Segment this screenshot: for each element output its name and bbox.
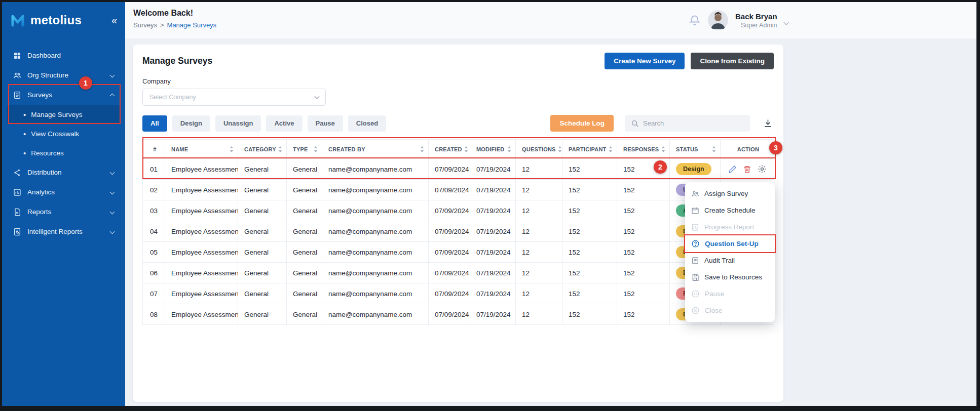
table-row-05[interactable]: 05Employee AssessmentGeneralGeneralname@… xyxy=(143,242,774,263)
cell-questions: 12 xyxy=(516,263,562,283)
table-row-04[interactable]: 04Employee AssessmentGeneralGeneralname@… xyxy=(143,221,774,242)
sort-icon[interactable] xyxy=(230,146,234,152)
cell-questions: 12 xyxy=(516,242,562,263)
sidebar-item-analytics[interactable]: Analytics xyxy=(2,182,125,202)
surveys-table: #NAMECATEGORYTYPECREATED BYCREATEDMODIFI… xyxy=(142,139,774,325)
schedule-log-button[interactable]: Schedule Log xyxy=(550,115,614,132)
column-header-responses[interactable]: RESPONSES xyxy=(617,140,670,159)
column-header-[interactable]: # xyxy=(143,140,165,159)
notification-bell-icon[interactable] xyxy=(689,14,701,26)
filter-tab-active[interactable]: Active xyxy=(266,115,302,132)
settings-icon[interactable] xyxy=(758,165,767,174)
table-row-01[interactable]: 01Employee AssessmentGeneralGeneralname@… xyxy=(143,159,774,180)
cell-responses: 152 xyxy=(617,263,670,283)
create-new-survey-button[interactable]: Create New Survey xyxy=(605,53,685,69)
user-menu-chevron-icon[interactable] xyxy=(783,20,788,25)
sidebar-item-dashboard[interactable]: Dashboard xyxy=(2,46,125,65)
intelligent-reports-icon xyxy=(13,228,21,236)
column-header-name[interactable]: NAME xyxy=(165,140,238,159)
sort-icon[interactable] xyxy=(278,146,282,152)
cell-questions: 12 xyxy=(516,221,562,242)
cell-category: General xyxy=(238,304,287,325)
sidebar-item-distribution[interactable]: Distribution xyxy=(2,162,125,182)
edit-icon[interactable] xyxy=(728,165,737,174)
sidebar-item-label: Manage Surveys xyxy=(31,111,82,118)
column-header-type[interactable]: TYPE xyxy=(287,140,322,159)
filter-tab-design[interactable]: Design xyxy=(172,115,210,132)
table-row-07[interactable]: 07Employee AssessmentGeneralGeneralname@… xyxy=(143,283,774,304)
sort-icon[interactable] xyxy=(661,146,665,152)
cell-name: Employee Assessment xyxy=(165,242,238,263)
menu-item-assign-survey[interactable]: Assign Survey xyxy=(685,185,775,202)
column-header-modified[interactable]: MODIFIED xyxy=(470,140,516,159)
search-input[interactable] xyxy=(643,119,744,127)
cell-participant: 152 xyxy=(562,242,617,263)
search-icon xyxy=(631,119,639,128)
cell-created: 07/09/2024 xyxy=(429,200,470,221)
menu-item-question-set-up[interactable]: Question Set-Up xyxy=(685,235,775,252)
sort-icon[interactable] xyxy=(712,146,716,152)
clone-from-existing-button[interactable]: Clone from Existing xyxy=(691,53,774,69)
cell-category: General xyxy=(238,221,287,242)
filter-tab-closed[interactable]: Closed xyxy=(348,115,386,132)
sidebar-collapse-button[interactable]: « xyxy=(111,15,117,25)
cell-category: General xyxy=(238,159,287,180)
menu-item-save-to-resources[interactable]: Save to Resources xyxy=(685,269,775,285)
content-area: Manage Surveys Create New Survey Clone f… xyxy=(125,38,976,402)
sidebar-item-reports[interactable]: Reports xyxy=(2,202,125,222)
sidebar-item-manage-surveys[interactable]: Manage Surveys xyxy=(7,105,120,124)
column-header-questions[interactable]: QUESTIONS xyxy=(516,140,562,159)
download-icon[interactable] xyxy=(762,117,774,129)
cell-created: 07/09/2024 xyxy=(429,221,470,242)
sort-icon[interactable] xyxy=(609,146,613,152)
cell-participant: 152 xyxy=(562,200,617,221)
sidebar-nav: Dashboard Org Structure Surveys Manage S… xyxy=(2,38,125,241)
menu-item-create-schedule[interactable]: Create Schedule xyxy=(685,202,775,219)
cell-participant: 152 xyxy=(562,180,617,200)
table-row-06[interactable]: 06Employee AssessmentGeneralGeneralname@… xyxy=(143,263,774,283)
delete-icon[interactable] xyxy=(743,165,751,174)
cell-category: General xyxy=(238,263,287,283)
sort-icon[interactable] xyxy=(314,146,318,152)
table-row-02[interactable]: 02Employee AssessmentGeneralGeneralname@… xyxy=(143,180,774,200)
assign-users-icon xyxy=(691,190,699,198)
filter-tab-unassign[interactable]: Unassign xyxy=(215,115,261,132)
audit-trail-icon xyxy=(691,257,699,265)
table-row-03[interactable]: 03Employee AssessmentGeneralGeneralname@… xyxy=(143,200,774,221)
company-select[interactable]: Select Company xyxy=(142,89,326,106)
column-header-created-by[interactable]: CREATED BY xyxy=(322,140,429,159)
cell-category: General xyxy=(238,283,287,304)
sort-icon[interactable] xyxy=(507,146,511,152)
sidebar-item-resources[interactable]: Resources xyxy=(2,143,125,162)
column-header-action[interactable]: ACTION xyxy=(721,140,774,159)
filter-tab-all[interactable]: All xyxy=(142,115,167,132)
sidebar-item-org-structure[interactable]: Org Structure xyxy=(2,65,125,85)
user-block[interactable]: Back Bryan Super Admin xyxy=(735,12,777,29)
cell-created: 07/09/2024 xyxy=(429,304,470,325)
column-header-category[interactable]: CATEGORY xyxy=(238,140,287,159)
cell-name: Employee Assessment xyxy=(165,221,238,242)
sidebar-item-view-crosswalk[interactable]: View Crosswalk xyxy=(2,124,125,143)
avatar[interactable] xyxy=(708,10,728,30)
sidebar-item-surveys[interactable]: Surveys xyxy=(2,85,125,105)
sidebar-item-intelligent-reports[interactable]: Intelligent Reports xyxy=(2,222,125,241)
column-header-created[interactable]: CREATED xyxy=(429,140,470,159)
menu-item-audit-trail[interactable]: Audit Trail xyxy=(685,252,775,269)
top-header: Welcome Back! Surveys > Manage Surveys B… xyxy=(125,2,976,38)
table-row-08[interactable]: 08Employee AssessmentGeneralGeneralname@… xyxy=(143,304,774,325)
calendar-icon xyxy=(691,207,699,215)
column-header-status[interactable]: STATUS xyxy=(670,140,721,159)
sort-icon[interactable] xyxy=(464,146,468,152)
sort-icon[interactable] xyxy=(420,146,424,152)
filter-tabs: AllDesignUnassignActivePauseClosed xyxy=(142,115,386,132)
filter-tab-pause[interactable]: Pause xyxy=(308,115,343,132)
column-header-participant[interactable]: PARTICIPANT xyxy=(562,140,617,159)
cell-num: 05 xyxy=(143,242,165,263)
breadcrumb-root[interactable]: Surveys xyxy=(133,21,157,29)
cell-num: 04 xyxy=(143,221,165,242)
sort-icon[interactable] xyxy=(558,146,562,152)
cell-modified: 07/19/2024 xyxy=(470,304,516,325)
breadcrumb-current[interactable]: Manage Surveys xyxy=(167,21,217,29)
main-area: Welcome Back! Surveys > Manage Surveys B… xyxy=(125,2,976,406)
cell-created-by: name@companyname.com xyxy=(322,304,429,325)
